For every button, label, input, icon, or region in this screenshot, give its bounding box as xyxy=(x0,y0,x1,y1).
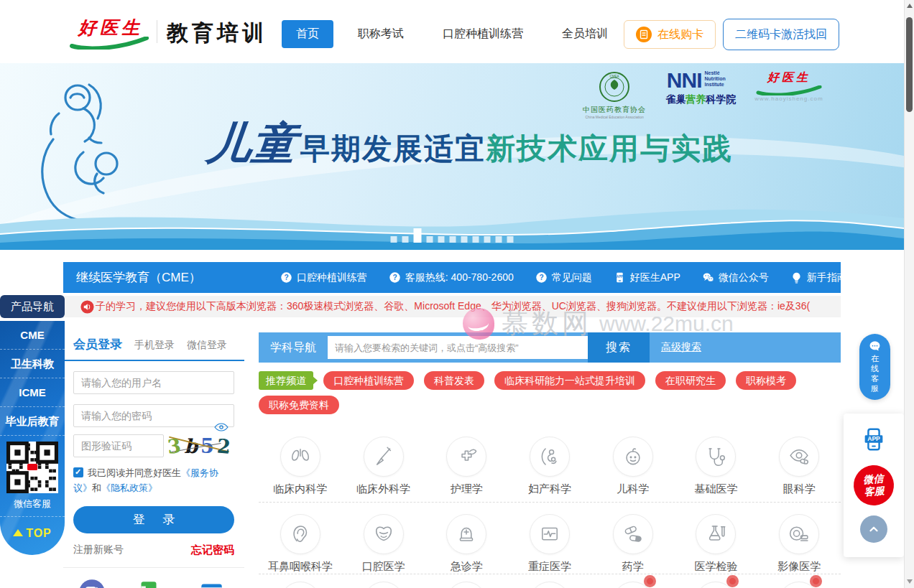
banner-dot[interactable] xyxy=(473,236,479,243)
tab-phone-login[interactable]: 手机登录 xyxy=(134,339,175,352)
subject-item[interactable] xyxy=(342,582,425,588)
nav-item[interactable]: 首页 xyxy=(282,20,333,48)
cross-leaf-icon xyxy=(454,444,479,469)
scalpel-icon xyxy=(371,444,396,469)
quick-link[interactable]: 我的学习卡 xyxy=(188,577,234,588)
subject-item[interactable] xyxy=(675,582,758,588)
qr-card-recover-button[interactable]: 二维码卡激活找回 xyxy=(723,19,839,50)
subject-item[interactable]: 药学 xyxy=(591,514,675,574)
sidebar-item[interactable]: 毕业后教育 xyxy=(0,407,65,436)
nav-item[interactable]: 全员培训 xyxy=(548,20,622,48)
subject-item[interactable]: 临床外科学 xyxy=(342,437,425,496)
sidebar-item[interactable]: ICME xyxy=(0,378,65,407)
captcha-input[interactable] xyxy=(73,434,164,457)
login-tabs: 会员登录 手机登录 微信登录 xyxy=(63,325,244,361)
product-nav-rail: CME卫生科教ICME毕业后教育 微信客服 TOP xyxy=(0,321,65,555)
tab-wechat-login[interactable]: 微信登录 xyxy=(187,339,227,352)
cme-link[interactable]: 新手指南 xyxy=(790,271,847,284)
subject-item[interactable]: 医学检验 xyxy=(675,514,758,574)
subject-icon-circle xyxy=(530,514,570,554)
cme-link[interactable]: APP好医生APP xyxy=(614,271,680,284)
nav-item[interactable]: 口腔种植训练营 xyxy=(428,20,537,48)
back-to-top-button[interactable]: TOP xyxy=(0,527,65,540)
subject-item[interactable] xyxy=(259,582,342,588)
channel-tag[interactable]: 临床科研能力一站式提升培训 xyxy=(494,371,645,390)
subject-item[interactable] xyxy=(591,582,675,588)
haoyisheng-logo[interactable]: 好医生 xyxy=(69,16,152,50)
subject-item[interactable]: 临床内科学 xyxy=(259,437,342,496)
channel-tag[interactable]: 在职研究生 xyxy=(655,371,726,390)
sidebar-item[interactable]: 卫生科教 xyxy=(0,350,65,378)
forgot-password-link[interactable]: 忘记密码 xyxy=(191,543,234,557)
subject-item[interactable]: 耳鼻咽喉科学 xyxy=(259,514,342,574)
logo-text: 好医生 xyxy=(69,16,152,39)
channel-tag[interactable]: 职称免费资料 xyxy=(259,396,339,414)
scrollbar-down-icon[interactable] xyxy=(907,579,913,584)
subject-icon-circle xyxy=(530,437,570,477)
online-service-button[interactable]: 在线客服 xyxy=(859,334,890,400)
subject-item[interactable]: 影像医学 xyxy=(757,514,841,574)
banner-dot[interactable] xyxy=(450,236,456,243)
banner-dot[interactable] xyxy=(402,236,409,243)
register-link[interactable]: 注册新账号 xyxy=(73,543,124,556)
new-badge xyxy=(810,575,822,587)
subject-item[interactable] xyxy=(757,582,841,588)
wechat-service-button[interactable]: 微信客服 xyxy=(852,464,895,507)
subject-item[interactable]: 眼科学 xyxy=(757,437,841,496)
stethoscope-icon xyxy=(703,444,728,469)
cme-links: ?口腔种植训练营?客服热线: 400-780-2600?常见问题APP好医生AP… xyxy=(280,271,847,284)
banner-dot[interactable] xyxy=(484,236,491,243)
quick-links: 修改信息学习记录我的学习卡 xyxy=(63,577,244,588)
show-password-icon[interactable] xyxy=(214,421,228,434)
subject-icon-circle xyxy=(696,437,736,477)
subject-item[interactable]: 重症医学 xyxy=(508,514,591,574)
hero-banner[interactable]: 儿童早期发展适宜新技术应用与实践 CMEA 中国医药教育协会 China Med… xyxy=(0,63,904,250)
banner-dot[interactable] xyxy=(496,236,502,243)
banner-dot[interactable] xyxy=(461,236,468,243)
quick-link[interactable]: 学习记录 xyxy=(130,577,167,588)
cme-link[interactable]: ?常见问题 xyxy=(535,271,592,284)
product-nav-tab[interactable]: 产品导航 xyxy=(0,295,65,318)
privacy-policy-link[interactable]: 《隐私政策》 xyxy=(101,482,157,493)
subject-item[interactable] xyxy=(425,582,508,588)
quick-link[interactable]: 修改信息 xyxy=(73,577,111,588)
nni-logo: NNI Nestlé Nutrition Institute 雀巢营养科学院 xyxy=(665,70,736,106)
cme-link-label: 常见问题 xyxy=(552,271,592,284)
subject-item[interactable]: 妇产科学 xyxy=(508,437,591,496)
scroll-top-button[interactable] xyxy=(860,515,887,543)
banner-dot[interactable] xyxy=(414,228,422,243)
login-button[interactable]: 登 录 xyxy=(73,506,234,533)
app-download-button[interactable]: APP xyxy=(860,426,887,457)
cme-link[interactable]: ?客服热线: 400-780-2600 xyxy=(389,271,514,284)
subject-item[interactable]: 急诊学 xyxy=(425,514,508,574)
cme-link[interactable]: ?口腔种植训练营 xyxy=(280,271,367,284)
search-input[interactable] xyxy=(328,336,588,359)
channel-tag[interactable]: 口腔种植训练营 xyxy=(323,371,414,390)
subject-item[interactable]: 护理学 xyxy=(425,437,508,496)
banner-dot[interactable] xyxy=(438,236,445,243)
banner-dot[interactable] xyxy=(427,236,433,243)
banner-dot[interactable] xyxy=(507,236,514,243)
sidebar-item[interactable]: CME xyxy=(0,321,65,350)
advanced-search-link[interactable]: 高级搜索 xyxy=(661,341,701,354)
scrollbar-up-icon[interactable] xyxy=(907,4,913,8)
subject-item[interactable]: 口腔医学 xyxy=(342,514,425,574)
channel-tag[interactable]: 职称模考 xyxy=(736,371,796,390)
search-button[interactable]: 搜索 xyxy=(588,332,650,363)
nav-item[interactable]: 职称考试 xyxy=(343,20,418,48)
subject-item[interactable] xyxy=(508,582,591,588)
tab-member-login[interactable]: 会员登录 xyxy=(73,336,122,353)
cme-link[interactable]: 微信公众号 xyxy=(702,271,769,284)
scrollbar-thumb[interactable] xyxy=(906,17,913,112)
subject-item[interactable]: 儿科学 xyxy=(591,437,675,496)
agreement-checkbox[interactable] xyxy=(73,467,83,477)
username-input[interactable] xyxy=(73,371,234,394)
subject-item[interactable]: 基础医学 xyxy=(675,437,758,496)
recommend-lead-tag[interactable]: 推荐频道 xyxy=(259,371,313,390)
banner-dot[interactable] xyxy=(391,236,397,243)
buy-card-button[interactable]: 在线购卡 xyxy=(624,20,716,49)
page-scrollbar[interactable] xyxy=(904,0,914,588)
password-input[interactable] xyxy=(73,404,234,427)
channel-tag[interactable]: 科普发表 xyxy=(424,371,484,390)
captcha-image[interactable]: 3b52 xyxy=(164,434,234,457)
